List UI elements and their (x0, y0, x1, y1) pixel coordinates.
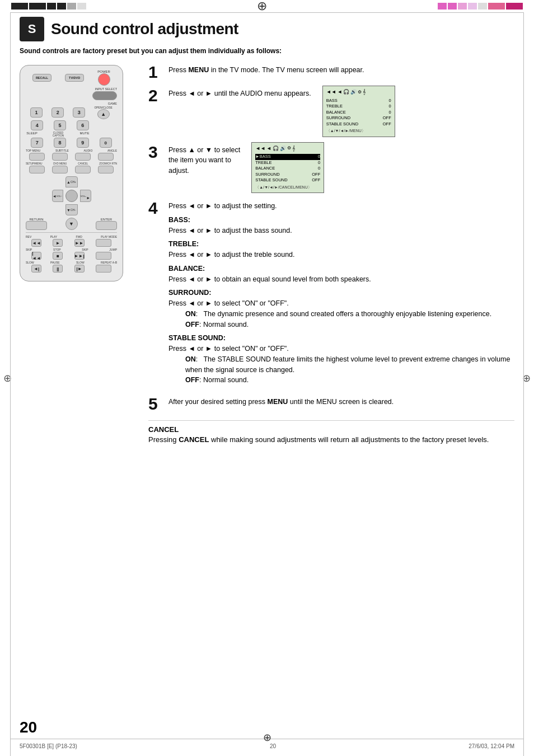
surround-on-text: The dynamic presence and sound created o… (203, 310, 491, 318)
surround-off-text: Normal sound. (203, 321, 249, 328)
input-select-label: INPUT SELECT (26, 87, 117, 91)
btn-2[interactable]: 2 (51, 107, 64, 118)
step-5-content: After your desired setting press MENU un… (168, 397, 514, 407)
footer-right: 27/6/03, 12:04 PM (469, 743, 514, 749)
nav-up-btn[interactable]: ▲CH+ (65, 176, 78, 187)
stable-on-label: ON (185, 355, 196, 363)
angle-btn[interactable] (98, 153, 114, 161)
bar-block-2 (29, 3, 46, 10)
skip-next-btn[interactable]: ►►| (74, 252, 85, 260)
jump-btn[interactable] (96, 252, 111, 260)
btn-6[interactable]: 6 (77, 120, 89, 130)
nav-down-btn[interactable]: ▼CH− (65, 204, 78, 215)
step-2-number: 2 (148, 87, 164, 104)
play-label: PLAY (50, 235, 57, 238)
closed-caption-label: CLOSED CAPTION (52, 132, 64, 137)
nav-cross: ▲CH+ ▼CH− ◄VOL− VOL+► (52, 176, 91, 215)
audio-btn[interactable] (75, 153, 91, 161)
enter-btn[interactable] (96, 221, 117, 230)
footer: 5F00301B [E] (P18-23) 20 27/6/03, 12:04 … (20, 743, 514, 749)
reg-mark-bottom: ⊕ (263, 731, 271, 744)
tvdvd-btn[interactable]: TV/DVD (65, 74, 84, 82)
bar-block-4 (57, 3, 66, 10)
fwd-label: FWD (76, 235, 82, 238)
balance-title: BALANCE: (168, 265, 205, 273)
power-btn[interactable] (98, 73, 110, 86)
step-3-number: 3 (148, 144, 164, 161)
lcd-screen-1: ◄◄ ◄ 🎧 🔊 ⚙ 𝄞 BASS0 TREBLE0 BALANCE0 SURR… (322, 86, 395, 137)
btn-8[interactable]: 8 (54, 138, 66, 148)
angle-label: ANGLE (107, 149, 117, 152)
bass-section: BASS: Press ◄ or ► to adjust the bass so… (168, 215, 514, 236)
stop-label: STOP (53, 248, 61, 251)
play-btn[interactable]: ► (53, 239, 63, 247)
surround-on-row: ON: The dynamic presence and sound creat… (185, 309, 514, 320)
subtitle-btn[interactable] (52, 153, 68, 161)
btn-9[interactable]: 9 (77, 138, 89, 148)
btn-5[interactable]: 5 (54, 120, 66, 130)
zoom-ch-rtn-label: ZOOM/CH RTN (99, 162, 117, 165)
dvd-menu-btn[interactable] (52, 166, 68, 173)
surround-text: Press ◄ or ► to select "ON" or "OFF". (168, 299, 289, 307)
cancel-remote-btn[interactable] (75, 166, 91, 173)
btn-3[interactable]: 3 (73, 107, 85, 118)
bar-block-r1 (438, 3, 447, 10)
treble-section: TREBLE: Press ◄ or ► to adjust the trebl… (168, 239, 514, 260)
step-1-content: Press MENU in the TV mode. The TV menu s… (168, 65, 514, 76)
title-block: S Sound control adjustment (20, 17, 514, 41)
ch-down-center-btn[interactable]: ▼ (65, 218, 78, 230)
play-mode-btn[interactable] (96, 239, 111, 247)
nav-right-btn[interactable]: VOL+► (80, 190, 91, 202)
lcd-screen-2: ◄◄ ◄ 🎧 🔊 ⚙ 𝄞 ►BASS0 TREBLE0 BALANCE0 SUR… (251, 142, 324, 194)
stable-on-text: The STABLE SOUND feature limits the high… (185, 355, 510, 374)
zoom-ch-rtn-btn[interactable] (98, 166, 114, 173)
step-2-text: Press ◄ or ► until the AUDIO menu appear… (168, 88, 311, 99)
slow-label: SLOW (26, 261, 34, 264)
step-2: 2 Press ◄ or ► until the AUDIO menu appe… (148, 88, 514, 137)
play-mode-label: PLAY MODE (101, 235, 117, 238)
skip-label: SKIP (26, 248, 32, 251)
rev-btn[interactable]: ◄◄ (31, 239, 41, 247)
step-4-content: Press ◄ or ► to adjust the setting. BASS… (168, 201, 514, 389)
steps-area: 1 Press MENU in the TV mode. The TV menu… (148, 65, 514, 444)
recall-btn[interactable]: RECALL (32, 74, 51, 82)
subtitle-label2: SUBTITLE (55, 149, 69, 152)
slow-rev-btn[interactable]: ◄| (31, 265, 41, 273)
skip2-label: SKIP (82, 248, 88, 251)
skip-prev-btn[interactable]: |◄◄ (31, 252, 41, 260)
mute-label: MUTE (78, 132, 91, 137)
dvd-menu-label: DVD MENU (53, 162, 67, 165)
input-select-btn[interactable] (92, 91, 117, 100)
repeat-ab-btn[interactable] (96, 265, 111, 273)
stop-btn[interactable]: ■ (53, 252, 63, 260)
surround-section: SURROUND: Press ◄ or ► to select "ON" or… (168, 288, 514, 330)
btn-1[interactable]: 1 (30, 107, 43, 118)
btn-4[interactable]: 4 (31, 120, 43, 130)
surround-title: SURROUND: (168, 289, 211, 297)
step-2-content: Press ◄ or ► until the AUDIO menu appear… (168, 88, 514, 137)
setup-menu-btn[interactable] (29, 166, 45, 173)
slow-fwd-btn[interactable]: |► (74, 265, 85, 273)
fwd-btn[interactable]: ►► (74, 239, 85, 247)
stable-sound-section: STABLE SOUND: Press ◄ or ► to select "ON… (168, 333, 514, 386)
top-menu-btn[interactable] (29, 153, 45, 161)
setup-menu-label: SETUP/MENU (26, 162, 43, 165)
step-3-content: Press ▲ or ▼ to selectthe item you want … (168, 145, 514, 194)
remote-control: RECALL TV/DVD POWER INPUT SELECT GAM (20, 65, 123, 281)
slow2-label: SLOW (76, 261, 85, 264)
balance-section: BALANCE: Press ◄ or ► to obtain an equal… (168, 264, 514, 285)
open-close-btn[interactable]: ▲ (97, 109, 110, 119)
btn-0[interactable]: 0 (100, 138, 112, 148)
return-btn[interactable] (26, 221, 47, 230)
page-number: 20 (20, 719, 37, 736)
bar-block-1 (11, 3, 28, 10)
step-1: 1 Press MENU in the TV mode. The TV menu… (148, 65, 514, 81)
pause-btn[interactable]: || (53, 265, 63, 273)
bar-block-r3 (458, 3, 467, 10)
btn-7[interactable]: 7 (31, 138, 43, 148)
top-menu-label: TOP MENU (26, 149, 40, 152)
nav-left-btn[interactable]: ◄VOL− (52, 190, 63, 202)
stable-sound-text: Press ◄ or ► to select "ON" or "OFF". (168, 345, 289, 353)
surround-off-label: OFF (185, 321, 199, 328)
bass-title: BASS: (168, 216, 190, 224)
